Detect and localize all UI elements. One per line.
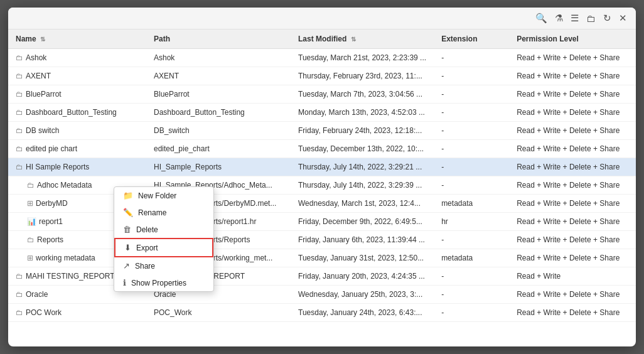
context-menu-item-export[interactable]: ⬇Export <box>114 238 213 257</box>
cell-path: AXENT <box>146 67 291 85</box>
cell-modified: Tuesday, December 13th, 2022, 10:... <box>291 140 434 158</box>
cell-modified: Tuesday, March 7th, 2023, 3:04:56 ... <box>291 85 434 104</box>
cell-name: 🗀POC Work <box>8 304 146 322</box>
rename-icon: ✏️ <box>123 208 133 217</box>
cell-permission: Read + Write + Delete + Share <box>509 286 636 304</box>
filter-icon[interactable]: ⚗ <box>555 13 563 24</box>
folder-icon: 🗀 <box>16 53 23 62</box>
cell-permission: Read + Write + Delete + Share <box>509 85 636 104</box>
cell-modified: Thursday, February 23rd, 2023, 11:... <box>291 67 434 85</box>
list-icon[interactable]: ☰ <box>571 13 579 24</box>
cell-extension: - <box>434 158 509 176</box>
cell-path: Dashboard_Button_Testing <box>146 104 291 122</box>
table-row[interactable]: 🗀POC Work POC_Work Tuesday, January 24th… <box>8 304 636 322</box>
cell-permission: Read + Write + Delete + Share <box>509 67 636 85</box>
cell-permission: Read + Write + Delete + Share <box>509 140 636 158</box>
cell-permission: Read + Write + Delete + Share <box>509 104 636 122</box>
cell-modified: Tuesday, January 24th, 2023, 6:43:... <box>291 304 434 322</box>
col-modified[interactable]: Last Modified ⇅ <box>291 30 434 49</box>
table-icon: ⊞ <box>27 254 33 262</box>
table-row[interactable]: 🗀Ashok Ashok Tuesday, March 21st, 2023, … <box>8 49 636 67</box>
context-menu-item-show-properties[interactable]: ℹShow Properties <box>114 274 213 291</box>
table-row[interactable]: 🗀Oracle Oracle Wednesday, January 25th, … <box>8 286 636 304</box>
context-menu-item-share[interactable]: ↗Share <box>114 257 213 274</box>
folder-icon: 🗀 <box>16 72 23 80</box>
col-extension: Extension <box>434 30 509 49</box>
cell-permission: Read + Write <box>509 267 636 286</box>
table-row[interactable]: 🗀AXENT AXENT Thursday, February 23rd, 20… <box>8 67 636 85</box>
new-folder-icon: 📁 <box>123 191 133 200</box>
folder-icon[interactable]: 🗀 <box>586 13 596 24</box>
folder-icon: 🗀 <box>16 290 23 299</box>
folder-icon: 🗀 <box>16 272 23 281</box>
cell-path: Ashok <box>146 49 291 67</box>
cell-modified: Wednesday, March 1st, 2023, 12:4... <box>291 195 434 213</box>
cell-modified: Friday, December 9th, 2022, 6:49:5... <box>291 213 434 231</box>
col-name[interactable]: Name ⇅ <box>8 30 146 49</box>
cell-extension: metadata <box>434 249 509 267</box>
cell-permission: Read + Write + Delete + Share <box>509 49 636 67</box>
cell-extension: - <box>434 49 509 67</box>
cell-permission: Read + Write + Delete + Share <box>509 231 636 249</box>
cell-modified: Monday, March 13th, 2023, 4:52:03 ... <box>291 104 434 122</box>
table-row[interactable]: 🗀DB switch DB_switch Friday, February 24… <box>8 122 636 140</box>
menu-label-show-properties: Show Properties <box>131 279 186 287</box>
cell-path: edited_pie_chart <box>146 140 291 158</box>
menu-label-share: Share <box>135 262 155 271</box>
cell-extension: - <box>434 122 509 140</box>
toolbar-actions: 🔍 ⚗ ☰ 🗀 ↻ ✕ <box>535 13 627 24</box>
table-row[interactable]: 🗀Reports HI_Sample_Reports/Reports Frida… <box>8 231 636 249</box>
menu-label-export: Export <box>136 244 158 252</box>
cell-extension: - <box>434 286 509 304</box>
table-row[interactable]: 🗀HI Sample Reports HI_Sample_Reports Thu… <box>8 158 636 176</box>
table-row[interactable]: 🗀MAHI TESTING_REPORT MAHI_TESTING_REPORT… <box>8 267 636 286</box>
col-path: Path <box>146 30 291 49</box>
cell-name: 🗀AXENT <box>8 67 146 85</box>
menu-label-rename: Rename <box>138 208 166 217</box>
cell-extension: - <box>434 231 509 249</box>
cell-name: 🗀HI Sample Reports <box>8 158 146 176</box>
cell-extension: - <box>434 85 509 104</box>
folder-icon: 🗀 <box>16 308 23 317</box>
close-icon[interactable]: ✕ <box>619 13 627 24</box>
chart-icon: 📊 <box>27 217 36 226</box>
cell-permission: Read + Write + Delete + Share <box>509 176 636 195</box>
share-icon: ↗ <box>123 261 130 271</box>
folder-icon: 🗀 <box>16 108 23 117</box>
cell-extension: - <box>434 176 509 195</box>
table-row[interactable]: 🗀edited pie chart edited_pie_chart Tuesd… <box>8 140 636 158</box>
context-menu-item-rename[interactable]: ✏️Rename <box>114 204 213 221</box>
refresh-icon[interactable]: ↻ <box>603 13 611 24</box>
cell-modified: Thursday, July 14th, 2022, 3:29:21 ... <box>291 158 434 176</box>
cell-extension: hr <box>434 213 509 231</box>
table-row[interactable]: 🗀Adhoc Metadata HI_Sample_Reports/Adhoc_… <box>8 176 636 195</box>
cell-extension: - <box>434 140 509 158</box>
cell-modified: Wednesday, January 25th, 2023, 3:... <box>291 286 434 304</box>
table-row[interactable]: ⊞working metadata HI_Sample_Reports/work… <box>8 249 636 267</box>
context-menu-item-delete[interactable]: 🗑Delete <box>114 221 213 238</box>
cell-name: 🗀edited pie chart <box>8 140 146 158</box>
cell-name: 🗀BlueParrot <box>8 85 146 104</box>
cell-modified: Friday, January 20th, 2023, 4:24:35 ... <box>291 267 434 286</box>
cell-permission: Read + Write + Delete + Share <box>509 122 636 140</box>
folder-icon: 🗀 <box>16 144 23 153</box>
cell-permission: Read + Write + Delete + Share <box>509 213 636 231</box>
table-row[interactable]: 🗀Dashboard_Button_Testing Dashboard_Butt… <box>8 104 636 122</box>
table-row[interactable]: 🗀BlueParrot BlueParrot Tuesday, March 7t… <box>8 85 636 104</box>
cell-extension: - <box>434 304 509 322</box>
cell-permission: Read + Write + Delete + Share <box>509 249 636 267</box>
search-icon[interactable]: 🔍 <box>535 13 547 24</box>
folder-icon: 🗀 <box>27 181 35 190</box>
delete-icon: 🗑 <box>123 225 131 234</box>
table-header-row: Name ⇅ Path Last Modified ⇅ Extension Pe… <box>8 30 636 49</box>
context-menu-item-new-folder[interactable]: 📁New Folder <box>114 187 213 204</box>
cell-name: 🗀Ashok <box>8 49 146 67</box>
cell-extension: - <box>434 104 509 122</box>
table-row[interactable]: 📊report1 HI_Sample_Reports/report1.hr Fr… <box>8 213 636 231</box>
cell-name: 🗀DB switch <box>8 122 146 140</box>
menu-label-delete: Delete <box>136 225 158 234</box>
col-permission: Permission Level <box>509 30 636 49</box>
title-bar: 🔍 ⚗ ☰ 🗀 ↻ ✕ <box>8 8 636 30</box>
folder-icon: 🗀 <box>27 235 35 244</box>
table-row[interactable]: ⊞DerbyMD HI_Sample_Reports/DerbyMD.met..… <box>8 195 636 213</box>
